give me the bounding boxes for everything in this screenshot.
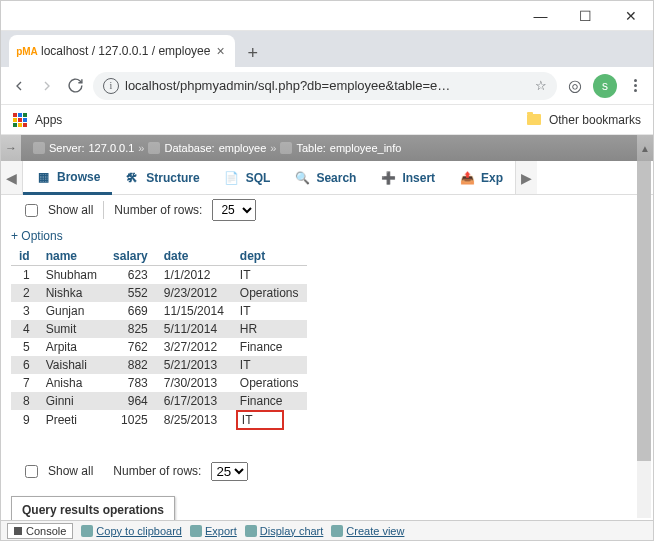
panel-collapse-arrow[interactable]: ▲: [637, 135, 653, 161]
cell-name[interactable]: Sumit: [38, 320, 105, 338]
cell-salary[interactable]: 825: [105, 320, 156, 338]
show-all-checkbox-bottom[interactable]: [25, 465, 38, 478]
cell-id[interactable]: 2: [11, 284, 38, 302]
cell-id[interactable]: 1: [11, 266, 38, 285]
display-chart-link[interactable]: Display chart: [245, 525, 324, 537]
column-header-id[interactable]: id: [11, 247, 38, 266]
crumb-table[interactable]: Table: employee_info: [280, 142, 401, 154]
cell-salary[interactable]: 964: [105, 392, 156, 410]
tab-browse[interactable]: ▦ Browse: [23, 161, 112, 195]
browser-tab[interactable]: pMA localhost / 127.0.0.1 / employee ×: [9, 35, 235, 67]
cell-id[interactable]: 4: [11, 320, 38, 338]
cell-name[interactable]: Gunjan: [38, 302, 105, 320]
cell-dept[interactable]: IT: [232, 266, 307, 285]
cell-dept[interactable]: Operations: [232, 374, 307, 392]
cell-id[interactable]: 8: [11, 392, 38, 410]
cell-date[interactable]: 3/27/2012: [156, 338, 232, 356]
column-header-name[interactable]: name: [38, 247, 105, 266]
cell-id[interactable]: 3: [11, 302, 38, 320]
cell-date[interactable]: 8/25/2013: [156, 410, 232, 430]
window-close-button[interactable]: ✕: [608, 1, 653, 31]
tab-search[interactable]: 🔍 Search: [282, 161, 368, 194]
cell-name[interactable]: Shubham: [38, 266, 105, 285]
reload-button[interactable]: [65, 76, 85, 96]
cell-dept[interactable]: Finance: [232, 392, 307, 410]
num-rows-select[interactable]: 25: [212, 199, 256, 221]
cell-date[interactable]: 11/15/2014: [156, 302, 232, 320]
cell-salary[interactable]: 623: [105, 266, 156, 285]
cell-id[interactable]: 9: [11, 410, 38, 430]
tab-insert[interactable]: ➕ Insert: [368, 161, 447, 194]
options-toggle[interactable]: + Options: [1, 225, 653, 247]
cell-dept[interactable]: Operations: [232, 284, 307, 302]
cell-name[interactable]: Anisha: [38, 374, 105, 392]
console-toggle[interactable]: Console: [7, 523, 73, 539]
tabs-scroll-left[interactable]: ◀: [1, 161, 23, 194]
table-row[interactable]: 1Shubham6231/1/2012IT: [11, 266, 307, 285]
cell-salary[interactable]: 882: [105, 356, 156, 374]
cell-salary[interactable]: 1025: [105, 410, 156, 430]
column-header-dept[interactable]: dept: [232, 247, 307, 266]
cell-date[interactable]: 1/1/2012: [156, 266, 232, 285]
cell-dept[interactable]: HR: [232, 320, 307, 338]
apps-icon[interactable]: [13, 113, 27, 127]
browser-menu-button[interactable]: [625, 76, 645, 96]
other-bookmarks-label[interactable]: Other bookmarks: [549, 113, 641, 127]
cell-salary[interactable]: 552: [105, 284, 156, 302]
cell-date[interactable]: 7/30/2013: [156, 374, 232, 392]
cell-name[interactable]: Nishka: [38, 284, 105, 302]
scrollbar-thumb[interactable]: [637, 161, 651, 461]
table-row[interactable]: 2Nishka5529/23/2012Operations: [11, 284, 307, 302]
profile-avatar[interactable]: s: [593, 74, 617, 98]
cell-id[interactable]: 5: [11, 338, 38, 356]
cell-name[interactable]: Vaishali: [38, 356, 105, 374]
create-view-link[interactable]: Create view: [331, 525, 404, 537]
cell-name[interactable]: Arpita: [38, 338, 105, 356]
column-header-salary[interactable]: salary: [105, 247, 156, 266]
cell-salary[interactable]: 783: [105, 374, 156, 392]
window-maximize-button[interactable]: ☐: [563, 1, 608, 31]
column-header-date[interactable]: date: [156, 247, 232, 266]
back-button[interactable]: [9, 76, 29, 96]
cell-name[interactable]: Preeti: [38, 410, 105, 430]
star-icon[interactable]: ☆: [535, 78, 547, 93]
cell-name[interactable]: Ginni: [38, 392, 105, 410]
window-minimize-button[interactable]: —: [518, 1, 563, 31]
crumb-database[interactable]: Database: employee: [148, 142, 266, 154]
cell-salary[interactable]: 762: [105, 338, 156, 356]
table-row[interactable]: 4Sumit8255/11/2014HR: [11, 320, 307, 338]
cell-date[interactable]: 9/23/2012: [156, 284, 232, 302]
copy-clipboard-link[interactable]: Copy to clipboard: [81, 525, 182, 537]
crumb-server[interactable]: Server: 127.0.0.1: [33, 142, 134, 154]
export-link[interactable]: Export: [190, 525, 237, 537]
cell-dept[interactable]: IT: [232, 410, 307, 430]
address-bar[interactable]: i ☆: [93, 72, 557, 100]
vertical-scrollbar[interactable]: [637, 161, 651, 518]
table-row[interactable]: 7Anisha7837/30/2013Operations: [11, 374, 307, 392]
extension-icon[interactable]: ◎: [565, 76, 585, 96]
cell-id[interactable]: 6: [11, 356, 38, 374]
table-row[interactable]: 5Arpita7623/27/2012Finance: [11, 338, 307, 356]
apps-label[interactable]: Apps: [35, 113, 62, 127]
show-all-checkbox[interactable]: [25, 204, 38, 217]
cell-salary[interactable]: 669: [105, 302, 156, 320]
tabs-scroll-right[interactable]: ▶: [515, 161, 537, 194]
cell-id[interactable]: 7: [11, 374, 38, 392]
table-row[interactable]: 8Ginni9646/17/2013Finance: [11, 392, 307, 410]
new-tab-button[interactable]: +: [239, 39, 267, 67]
num-rows-select-bottom[interactable]: 25: [211, 462, 248, 481]
cell-dept[interactable]: IT: [232, 302, 307, 320]
site-info-icon[interactable]: i: [103, 78, 119, 94]
table-row[interactable]: 9Preeti10258/25/2013IT: [11, 410, 307, 430]
cell-date[interactable]: 5/11/2014: [156, 320, 232, 338]
tab-export[interactable]: 📤 Exp: [447, 161, 515, 194]
cell-date[interactable]: 5/21/2013: [156, 356, 232, 374]
cell-dept[interactable]: Finance: [232, 338, 307, 356]
url-input[interactable]: [125, 78, 529, 93]
tab-close-icon[interactable]: ×: [216, 43, 224, 59]
tab-structure[interactable]: 🛠 Structure: [112, 161, 211, 194]
cell-dept[interactable]: IT: [232, 356, 307, 374]
table-row[interactable]: 3Gunjan66911/15/2014IT: [11, 302, 307, 320]
table-row[interactable]: 6Vaishali8825/21/2013IT: [11, 356, 307, 374]
cell-date[interactable]: 6/17/2013: [156, 392, 232, 410]
